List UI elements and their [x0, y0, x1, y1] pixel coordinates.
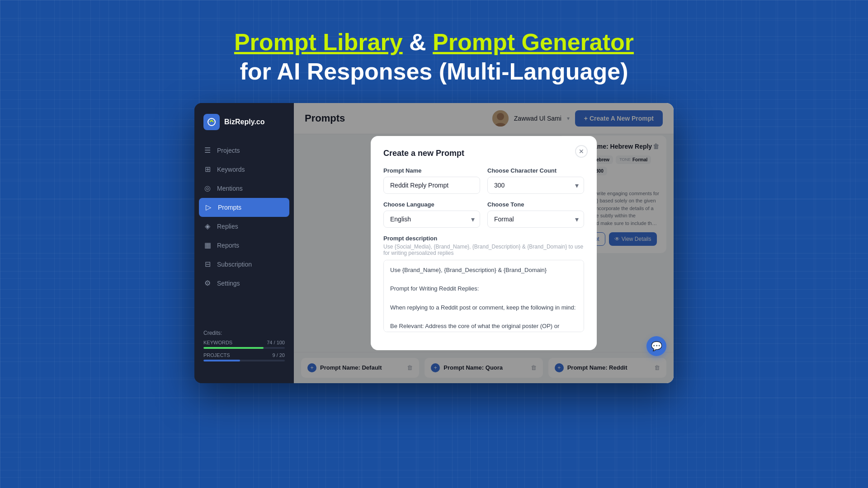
sidebar-item-subscription[interactable]: ⊟ Subscription — [194, 255, 294, 274]
sidebar-label-prompts: Prompts — [218, 204, 241, 211]
language-select[interactable]: English Hebrew Spanish French German — [383, 211, 480, 228]
modal-overlay[interactable]: Create a new Prompt ✕ Prompt Name Choose… — [294, 103, 674, 383]
credits-label: Credits: — [203, 330, 285, 336]
header-prompt-generator[interactable]: Prompt Generator — [433, 29, 634, 55]
prompt-name-input[interactable] — [383, 177, 480, 194]
sidebar-label-settings: Settings — [217, 280, 240, 287]
sidebar: BizReply.co ☰ Projects ⊞ Keywords ◎ Ment… — [194, 103, 294, 383]
sidebar-item-replies[interactable]: ◈ Replies — [194, 217, 294, 236]
sidebar-label-replies: Replies — [217, 223, 238, 230]
header-prompt-library[interactable]: Prompt Library — [234, 29, 403, 55]
tone-select[interactable]: Formal Casual Professional Friendly — [487, 211, 584, 228]
credits-section: Credits: KEYWORDS 74 / 100 PROJECTS 9 / … — [194, 323, 294, 372]
create-prompt-modal: Create a new Prompt ✕ Prompt Name Choose… — [371, 136, 597, 350]
sidebar-item-settings[interactable]: ⚙ Settings — [194, 274, 294, 293]
sidebar-item-projects[interactable]: ☰ Projects — [194, 141, 294, 160]
modal-title: Create a new Prompt — [383, 149, 584, 158]
subscription-icon: ⊟ — [203, 260, 212, 268]
keywords-icon: ⊞ — [203, 165, 212, 174]
prompt-desc-hint: Use {Social_Media}, {Brand_Name}, {Brand… — [383, 244, 584, 256]
char-count-label: Choose Character Count — [487, 167, 584, 174]
prompt-name-group: Prompt Name — [383, 167, 480, 194]
svg-point-0 — [208, 118, 215, 126]
language-group: Choose Language English Hebrew Spanish F… — [383, 201, 480, 228]
tone-label: Choose Tone — [487, 201, 584, 208]
modal-close-button[interactable]: ✕ — [575, 145, 588, 158]
char-count-select-wrapper: 100 200 300 400 500 — [487, 177, 584, 194]
sidebar-label-reports: Reports — [217, 242, 239, 249]
sidebar-label-subscription: Subscription — [217, 261, 252, 268]
logo-text: BizReply.co — [224, 118, 265, 126]
main-content: Prompts Zawwad Ul Sami ▾ + Create A New … — [294, 103, 674, 383]
projects-credit-label: PROJECTS — [203, 352, 230, 358]
chat-support-button[interactable]: 💬 — [646, 336, 666, 356]
logo-icon — [203, 114, 220, 130]
sidebar-label-mentions: Mentions — [217, 185, 243, 192]
keywords-credit: KEYWORDS 74 / 100 — [203, 340, 285, 349]
projects-bar — [203, 360, 285, 361]
prompts-icon: ▷ — [204, 203, 212, 211]
settings-icon: ⚙ — [203, 279, 212, 287]
prompt-textarea[interactable]: Use {Brand_Name}, {Brand_Description} & … — [383, 260, 584, 332]
tone-select-wrapper: Formal Casual Professional Friendly — [487, 211, 584, 228]
keywords-bar-fill — [203, 347, 264, 349]
char-count-group: Choose Character Count 100 200 300 400 5… — [487, 167, 584, 194]
projects-icon: ☰ — [203, 146, 212, 155]
sidebar-item-mentions[interactable]: ◎ Mentions — [194, 179, 294, 198]
prompt-desc-label: Prompt description — [383, 235, 584, 242]
header-connector: & — [409, 29, 433, 55]
sidebar-item-reports[interactable]: ▦ Reports — [194, 236, 294, 255]
sidebar-label-keywords: Keywords — [217, 166, 245, 173]
language-select-wrapper: English Hebrew Spanish French German — [383, 211, 480, 228]
form-row-2: Choose Language English Hebrew Spanish F… — [383, 201, 584, 228]
tone-group: Choose Tone Formal Casual Professional F… — [487, 201, 584, 228]
projects-credit: PROJECTS 9 / 20 — [203, 352, 285, 361]
projects-credit-value: 9 / 20 — [272, 352, 285, 358]
app-container: BizReply.co ☰ Projects ⊞ Keywords ◎ Ment… — [194, 103, 674, 383]
char-count-select[interactable]: 100 200 300 400 500 — [487, 177, 584, 194]
header-subtitle: for AI Responses (Multi-Language) — [0, 58, 868, 85]
prompt-desc-section: Prompt description Use {Social_Media}, {… — [383, 235, 584, 334]
keywords-bar — [203, 347, 285, 349]
prompt-name-label: Prompt Name — [383, 167, 480, 174]
page-header: Prompt Library & Prompt Generator for AI… — [0, 0, 868, 103]
keywords-credit-label: KEYWORDS — [203, 340, 232, 345]
projects-bar-fill — [203, 360, 240, 361]
sidebar-label-projects: Projects — [217, 147, 240, 154]
form-row-1: Prompt Name Choose Character Count 100 2… — [383, 167, 584, 194]
sidebar-logo: BizReply.co — [194, 114, 294, 141]
sidebar-item-keywords[interactable]: ⊞ Keywords — [194, 160, 294, 179]
language-label: Choose Language — [383, 201, 480, 208]
reports-icon: ▦ — [203, 241, 212, 249]
replies-icon: ◈ — [203, 222, 212, 230]
close-icon: ✕ — [579, 148, 584, 155]
sidebar-item-prompts[interactable]: ▷ Prompts — [199, 198, 289, 217]
keywords-credit-value: 74 / 100 — [267, 340, 285, 345]
mentions-icon: ◎ — [203, 184, 212, 192]
